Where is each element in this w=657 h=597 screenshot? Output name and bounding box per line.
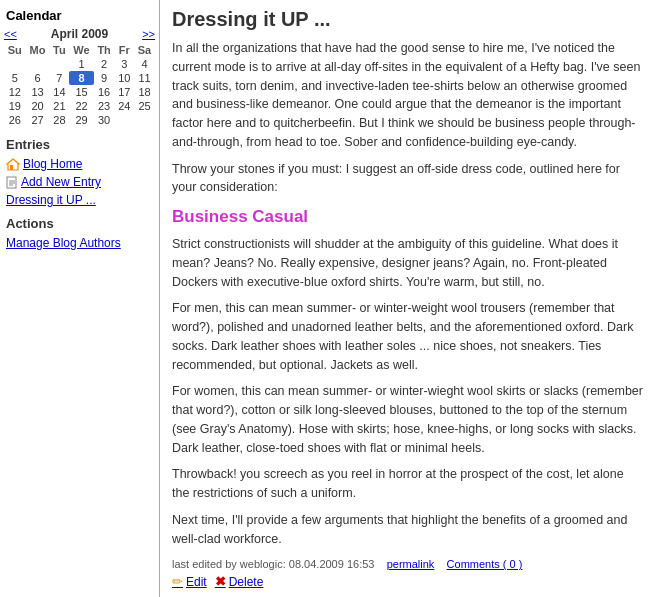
article-body-main: Strict constructionists will shudder at … (172, 235, 643, 548)
calendar: << April 2009 >> SuMoTuWeThFrSa 12345678… (0, 25, 159, 133)
x-icon: ✖ (215, 574, 226, 589)
article-subheading: Business Casual (172, 207, 643, 227)
main-content: Dressing it UP ... In all the organizati… (160, 0, 657, 597)
house-icon (6, 158, 20, 171)
svg-rect-1 (10, 165, 13, 170)
edit-label: Edit (186, 575, 207, 589)
sidebar: Calendar << April 2009 >> SuMoTuWeThFrSa… (0, 0, 160, 597)
current-entry-link[interactable]: Dressing it UP ... (6, 192, 153, 208)
blog-home-link[interactable]: Blog Home (6, 156, 153, 172)
edit-button[interactable]: ✏ Edit (172, 574, 207, 589)
calendar-next[interactable]: >> (142, 28, 155, 40)
delete-button[interactable]: ✖ Delete (215, 574, 264, 589)
permalink-link[interactable]: permalink (387, 558, 435, 570)
article-body-intro: In all the organizations that have had t… (172, 39, 643, 197)
entries-title: Entries (6, 137, 153, 152)
calendar-title: Calendar (0, 4, 159, 25)
comments-link[interactable]: Comments ( 0 ) (447, 558, 523, 570)
add-entry-label: Add New Entry (21, 175, 101, 189)
entries-section: Entries Blog Home Add New Entry (0, 133, 159, 212)
calendar-prev[interactable]: << (4, 28, 17, 40)
pencil-icon: ✏ (172, 574, 183, 589)
last-edited-label: last edited by weblogic: (172, 558, 286, 570)
doc-icon (6, 176, 18, 189)
actions-section: Actions Manage Blog Authors (0, 212, 159, 254)
actions-title: Actions (6, 216, 153, 231)
edit-date: 08.04.2009 16:53 (289, 558, 375, 570)
article-footer: last edited by weblogic: 08.04.2009 16:5… (172, 558, 643, 570)
article-actions: ✏ Edit ✖ Delete (172, 574, 643, 589)
delete-label: Delete (229, 575, 264, 589)
article-title: Dressing it UP ... (172, 8, 643, 31)
add-entry-link[interactable]: Add New Entry (6, 174, 153, 190)
manage-authors-link[interactable]: Manage Blog Authors (6, 236, 121, 250)
calendar-month: April 2009 (51, 27, 108, 41)
calendar-grid: SuMoTuWeThFrSa 1234567891011121314151617… (4, 43, 155, 127)
blog-home-label: Blog Home (23, 157, 82, 171)
